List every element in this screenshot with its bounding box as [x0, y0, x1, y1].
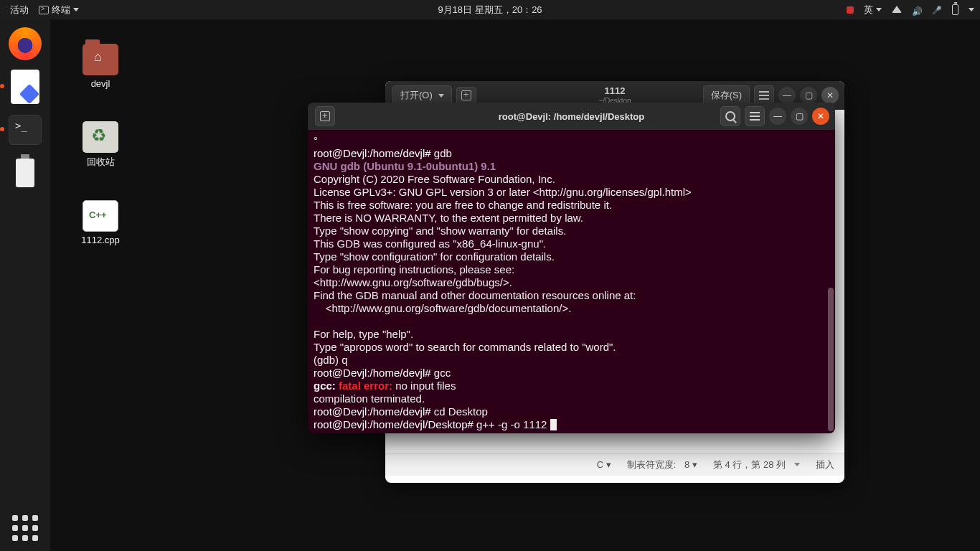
terminal-line: License GPLv3+: GNU GPL version 3 or lat…	[314, 186, 829, 199]
gedit-title-text: 1112	[598, 86, 631, 96]
home-folder-icon	[83, 44, 118, 75]
cursor-position: 第 4 行，第 28 列	[713, 458, 800, 471]
lang-label: C ▾	[597, 459, 611, 470]
search-icon	[725, 111, 735, 121]
clock-label: 9月18日 星期五，20：26	[438, 4, 542, 15]
hamburger-button[interactable]	[745, 106, 765, 126]
terminal-line	[314, 315, 829, 328]
cursor	[550, 419, 557, 430]
terminal-line: root@Devjl:/home/devjl# gdb	[314, 147, 829, 160]
terminal-line: This GDB was configured as "x86_64-linux…	[314, 237, 829, 250]
app-menu[interactable]: 终端	[39, 4, 79, 17]
terminal-line: root@Devjl:/home/devjl/Desktop# g++ -g -…	[314, 418, 829, 431]
top-bar: 活动 终端 9月18日 星期五，20：26 英	[0, 0, 980, 19]
minimize-button[interactable]: —	[778, 87, 796, 104]
activities-label: 活动	[10, 4, 29, 17]
firefox-icon	[9, 27, 42, 60]
save-button-label: 保存(S)	[711, 89, 742, 102]
volume-icon[interactable]	[912, 6, 922, 14]
chevron-down-icon	[794, 463, 800, 466]
terminal-line: Type "show copying" and "show warranty" …	[314, 225, 829, 237]
dock-firefox[interactable]	[6, 25, 44, 62]
terminal-line: Copyright (C) 2020 Free Software Foundat…	[314, 173, 829, 186]
terminal-line: Type "show configuration" for configurat…	[314, 250, 829, 263]
dock-terminal[interactable]	[6, 111, 44, 149]
desktop-icon-label: 回收站	[72, 156, 129, 169]
ime-indicator[interactable]: 英	[864, 4, 882, 17]
terminal-line: There is NO WARRANTY, to the extent perm…	[314, 212, 829, 225]
maximize-button[interactable]: ▢	[791, 108, 808, 125]
terminal-line: (gdb) q	[314, 354, 829, 367]
show-applications-button[interactable]	[12, 515, 38, 541]
new-tab-icon	[320, 111, 330, 121]
usb-icon	[16, 159, 34, 187]
activities-button[interactable]: 活动	[10, 4, 29, 17]
chevron-down-icon	[438, 94, 444, 98]
insert-mode-label: 插入	[816, 458, 834, 471]
search-button[interactable]	[720, 106, 740, 126]
desktop-icon-label: devjl	[72, 78, 129, 89]
chevron-down-icon	[876, 8, 882, 11]
tabwidth-value: 8 ▾	[684, 459, 697, 470]
app-menu-label: 终端	[52, 4, 70, 17]
terminal-line: root@Devjl:/home/devjl# gcc	[314, 367, 829, 380]
screen-record-icon[interactable]	[847, 6, 854, 14]
terminal-titlebar[interactable]: root@Devjl: /home/devjl/Desktop — ▢ ✕	[308, 103, 835, 130]
gedit-title: 1112 ~/Desktop	[598, 86, 631, 104]
terminal-body[interactable]: °root@Devjl:/home/devjl# gdbGNU gdb (Ubu…	[308, 130, 835, 433]
close-button[interactable]: ✕	[821, 87, 839, 104]
minimize-button[interactable]: —	[769, 108, 786, 125]
desktop-icon-home-folder[interactable]: devjl	[72, 44, 129, 89]
tabwidth-label: 制表符宽度:	[627, 458, 677, 471]
ime-label: 英	[864, 4, 873, 17]
cursor-position-label: 第 4 行，第 28 列	[713, 458, 786, 471]
dock	[0, 19, 50, 551]
gedit-statusbar: C ▾ 制表符宽度: 8 ▾ 第 4 行，第 28 列 插入	[385, 453, 844, 476]
menu-icon	[750, 116, 760, 117]
terminal-line: This is free software: you are free to c…	[314, 199, 829, 212]
battery-icon[interactable]	[952, 4, 958, 15]
terminal-line: GNU gdb (Ubuntu 9.1-0ubuntu1) 9.1	[314, 160, 829, 173]
desktop[interactable]: devjl回收站1112.cpp 打开(O) 1112 ~/Desktop 保存…	[50, 19, 980, 551]
menu-icon	[759, 95, 769, 96]
terminal-title: root@Devjl: /home/devjl/Desktop	[499, 111, 644, 122]
close-button[interactable]: ✕	[812, 108, 829, 125]
new-tab-button[interactable]	[315, 106, 335, 126]
trash-icon	[83, 121, 118, 153]
dock-usb[interactable]	[6, 154, 44, 192]
scrollbar[interactable]	[828, 288, 834, 431]
terminal-line: Type "apropos word" to search for comman…	[314, 341, 829, 354]
desktop-icon-cpp-file[interactable]: 1112.cpp	[72, 200, 129, 245]
lang-selector[interactable]: C ▾	[597, 459, 611, 470]
tabwidth-selector[interactable]: 制表符宽度: 8 ▾	[627, 458, 697, 471]
terminal-line: For bug reporting instructions, please s…	[314, 263, 829, 276]
insert-mode[interactable]: 插入	[816, 458, 834, 471]
terminal-icon	[9, 115, 42, 145]
terminal-icon	[39, 6, 49, 14]
terminal-line: root@Devjl:/home/devjl# cd Desktop	[314, 405, 829, 418]
desktop-icon-label: 1112.cpp	[72, 235, 129, 245]
terminal-line: Find the GDB manual and other documentat…	[314, 289, 829, 302]
chevron-down-icon	[73, 8, 79, 11]
desktop-icon-trash[interactable]: 回收站	[72, 121, 129, 169]
dock-text-editor[interactable]	[6, 68, 44, 105]
new-tab-button[interactable]	[456, 87, 476, 104]
terminal-line: <http://www.gnu.org/software/gdb/bugs/>.	[314, 276, 829, 289]
text-editor-icon	[11, 70, 39, 104]
new-tab-icon	[461, 90, 471, 100]
wifi-icon[interactable]	[892, 4, 902, 15]
terminal-line: compilation terminated.	[314, 392, 829, 405]
mic-icon[interactable]	[932, 4, 942, 15]
terminal-line: For help, type "help".	[314, 328, 829, 341]
terminal-window: root@Devjl: /home/devjl/Desktop — ▢ ✕ °r…	[308, 103, 835, 433]
clock[interactable]: 9月18日 星期五，20：26	[438, 4, 542, 17]
maximize-button[interactable]: ▢	[800, 87, 817, 104]
terminal-line: <http://www.gnu.org/software/gdb/documen…	[314, 302, 829, 315]
open-button-label: 打开(O)	[400, 89, 433, 102]
terminal-line: °	[314, 134, 829, 147]
chevron-down-icon	[969, 8, 974, 11]
cpp-file-icon	[83, 200, 118, 232]
terminal-line: gcc: fatal error: no input files	[314, 380, 829, 392]
